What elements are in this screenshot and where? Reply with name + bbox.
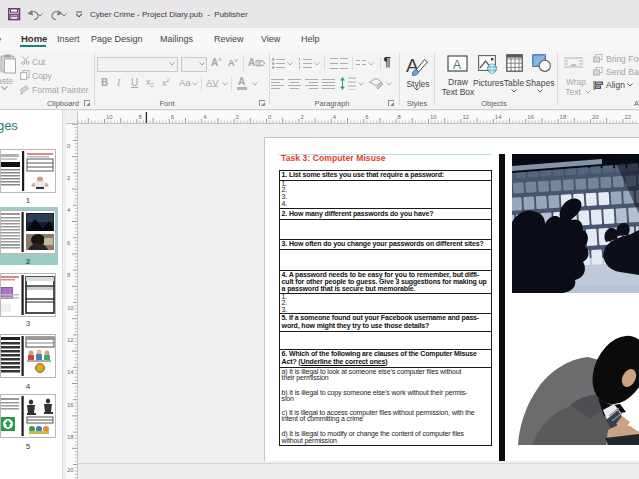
svg-text:2: 2 bbox=[67, 175, 71, 181]
svg-text:6: 6 bbox=[171, 114, 175, 120]
svg-text:22: 22 bbox=[624, 114, 631, 120]
svg-text:8: 8 bbox=[67, 272, 71, 278]
svg-text:2: 2 bbox=[300, 114, 304, 120]
svg-text:18: 18 bbox=[67, 434, 74, 440]
svg-text:16: 16 bbox=[67, 402, 74, 408]
svg-text:0: 0 bbox=[67, 143, 71, 149]
svg-text:2: 2 bbox=[236, 114, 240, 120]
svg-text:20: 20 bbox=[67, 467, 74, 473]
svg-text:6: 6 bbox=[67, 240, 71, 246]
svg-text:8: 8 bbox=[138, 114, 142, 120]
svg-text:20: 20 bbox=[592, 114, 599, 120]
svg-text:A: A bbox=[453, 58, 461, 72]
svg-text:14: 14 bbox=[67, 369, 74, 375]
svg-text:10: 10 bbox=[106, 114, 113, 120]
svg-text:16: 16 bbox=[527, 114, 534, 120]
svg-text:4: 4 bbox=[67, 207, 71, 213]
svg-text:14: 14 bbox=[495, 114, 502, 120]
svg-text:10: 10 bbox=[67, 305, 74, 311]
svg-text:10: 10 bbox=[430, 114, 437, 120]
svg-text:12: 12 bbox=[67, 337, 74, 343]
svg-text:12: 12 bbox=[462, 114, 469, 120]
svg-text:4: 4 bbox=[203, 114, 207, 120]
svg-text:6: 6 bbox=[365, 114, 369, 120]
svg-text:18: 18 bbox=[560, 114, 567, 120]
svg-text:0: 0 bbox=[268, 114, 272, 120]
svg-text:4: 4 bbox=[333, 114, 337, 120]
svg-text:8: 8 bbox=[398, 114, 402, 120]
